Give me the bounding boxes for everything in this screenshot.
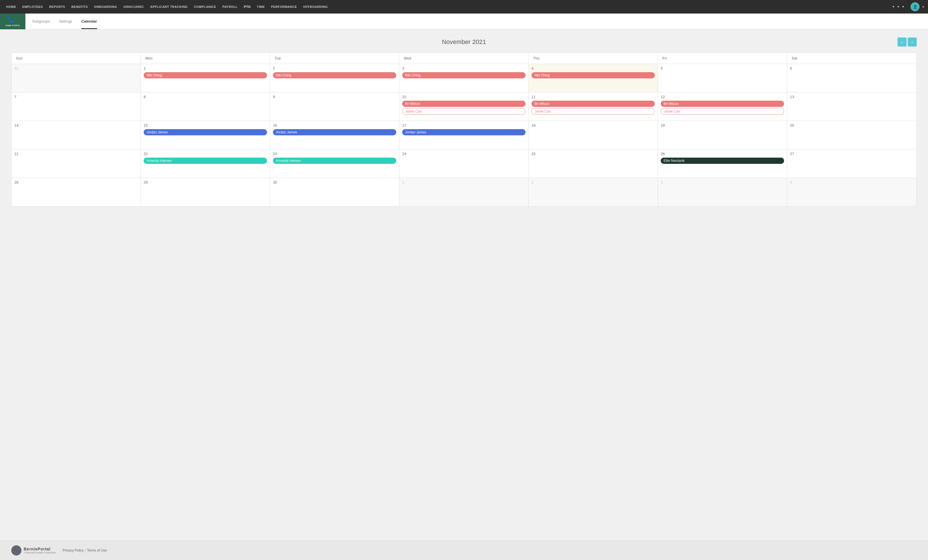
cell-day-number: 2 <box>531 180 655 184</box>
user-dropdown-arrow[interactable]: ▼ <box>922 5 925 8</box>
calendar-cell[interactable]: 7 <box>12 93 141 121</box>
event-pill[interactable]: Niki Ching <box>531 72 655 78</box>
event-pill[interactable]: Jamie Carr <box>402 108 525 115</box>
tab-settings[interactable]: Settings <box>59 14 72 29</box>
footer-links: Privacy Policy | Terms of Use <box>63 548 107 552</box>
nav-item-performance[interactable]: PERFORMANCE <box>268 0 300 14</box>
nav-item-compliance[interactable]: COMPLIANCE <box>191 0 219 14</box>
calendar-cell[interactable]: 2 <box>529 178 658 206</box>
event-pill[interactable]: Jordan James <box>273 129 396 135</box>
footer-logo-subtext: A Bernard Health Production <box>24 551 56 554</box>
terms-of-use-link[interactable]: Terms of Use <box>87 548 107 552</box>
more-options-icon[interactable]: • • • <box>890 4 907 10</box>
cell-day-number: 22 <box>143 152 267 156</box>
nav-item-pto[interactable]: PTO <box>241 0 253 14</box>
cell-day-number: 24 <box>402 152 525 156</box>
calendar-cell[interactable]: 17Jordan James <box>399 121 529 149</box>
sub-nav-tabs: SubgroupsSettingsCalendar <box>25 14 97 29</box>
cell-day-number: 3 <box>402 66 525 70</box>
calendar-cell[interactable]: 1 <box>399 178 529 206</box>
nav-item-time[interactable]: TIME <box>254 0 267 14</box>
nav-item-onboarding[interactable]: ONBOARDING <box>91 0 120 14</box>
calendar-nav-buttons: ‹ › <box>897 38 917 47</box>
event-pill[interactable]: Jamie Carr <box>661 108 784 115</box>
calendar-cell[interactable]: 18 <box>529 121 658 149</box>
tab-calendar[interactable]: Calendar <box>81 14 97 29</box>
nav-item-reports[interactable]: REPORTS <box>46 0 68 14</box>
calendar-cell[interactable]: 21 <box>12 149 141 178</box>
cell-day-number: 8 <box>143 95 267 99</box>
cell-day-number: 16 <box>273 123 396 128</box>
calendar-cell[interactable]: 26Ellie Nieslanik <box>658 149 787 178</box>
calendar-cell[interactable]: 1Niki Ching <box>141 64 270 92</box>
nav-item-1094c/1095c[interactable]: 1094C/1095C <box>120 0 147 14</box>
cell-day-number: 17 <box>402 123 525 128</box>
calendar-cell[interactable]: 3Niki Ching <box>399 64 529 92</box>
calendar-cell[interactable]: 13 <box>787 93 916 121</box>
calendar-cell[interactable]: 5 <box>658 64 787 92</box>
nav-item-applicant-tracking[interactable]: APPLICANT TRACKING <box>147 0 191 14</box>
prev-month-button[interactable]: ‹ <box>897 38 907 47</box>
calendar-cell[interactable]: 31 <box>12 64 141 92</box>
calendar-cell[interactable]: 11Bri WilsonJamie Carr <box>529 93 658 121</box>
calendar-cell[interactable]: 27 <box>787 149 916 178</box>
cell-day-number: 26 <box>661 152 784 156</box>
calendar-cell[interactable]: 28 <box>12 178 141 206</box>
event-pill[interactable]: Jordan James <box>402 129 525 135</box>
calendar-cell[interactable]: 4Niki Ching <box>529 64 658 92</box>
calendar-cell[interactable]: 4 <box>787 178 916 206</box>
calendar-cell[interactable]: 25 <box>529 149 658 178</box>
paw-icon: 🐾 <box>6 16 20 24</box>
event-pill[interactable]: Niki Ching <box>402 72 525 78</box>
calendar-cell[interactable]: 12Bri WilsonJamie Carr <box>658 93 787 121</box>
event-pill[interactable]: Bri Wilson <box>661 100 784 107</box>
event-pill[interactable]: Niki Ching <box>273 72 396 78</box>
calendar-cell[interactable]: 14 <box>12 121 141 149</box>
nav-item-offboarding[interactable]: OFFBOARDING <box>300 0 331 14</box>
calendar-week: 78910Bri WilsonJamie Carr11Bri WilsonJam… <box>12 93 916 121</box>
event-pill[interactable]: Niki Ching <box>143 72 267 78</box>
event-pill[interactable]: Amanda Hansen <box>273 158 396 164</box>
calendar-cell[interactable]: 9 <box>270 93 399 121</box>
event-pill[interactable]: Ellie Nieslanik <box>661 158 784 164</box>
calendar-cell[interactable]: 8 <box>141 93 270 121</box>
calendar-cell[interactable]: 24 <box>399 149 529 178</box>
event-pill[interactable]: Jordan James <box>143 129 267 135</box>
cell-day-number: 25 <box>531 152 655 156</box>
footer-logo-name: BerniePortal <box>24 547 56 551</box>
cell-day-number: 3 <box>661 180 784 184</box>
cell-day-number: 4 <box>531 66 655 70</box>
calendar-cell[interactable]: 10Bri WilsonJamie Carr <box>399 93 529 121</box>
calendar-cell[interactable]: 29 <box>141 178 270 206</box>
calendar-cell[interactable]: 22Amanda Hansen <box>141 149 270 178</box>
event-pill[interactable]: Bri Wilson <box>531 100 655 107</box>
calendar-cell[interactable]: 15Jordan James <box>141 121 270 149</box>
event-pill[interactable]: Jamie Carr <box>531 108 655 115</box>
calendar-cell[interactable]: 19 <box>658 121 787 149</box>
dow-header-sat: Sat <box>787 53 916 64</box>
cell-day-number: 11 <box>531 95 655 99</box>
calendar-cell[interactable]: 16Jordan James <box>270 121 399 149</box>
calendar-cell[interactable]: 30 <box>270 178 399 206</box>
privacy-policy-link[interactable]: Privacy Policy <box>63 548 84 552</box>
calendar-cell[interactable]: 6 <box>787 64 916 92</box>
nav-item-home[interactable]: HOME <box>3 0 19 14</box>
next-month-button[interactable]: › <box>908 38 917 47</box>
event-pill[interactable]: Bri Wilson <box>402 100 525 107</box>
calendar-cell[interactable]: 20 <box>787 121 916 149</box>
footer-separator: | <box>85 548 86 552</box>
cell-day-number: 27 <box>790 152 914 156</box>
user-avatar[interactable]: 👤 <box>911 2 920 11</box>
company-logo[interactable]: 🐾 PAW POPS <box>0 14 25 29</box>
calendar-cell[interactable]: 23Amanda Hansen <box>270 149 399 178</box>
bernieportal-icon: 🐾 <box>11 545 21 555</box>
nav-item-employees[interactable]: EMPLOYEES <box>20 0 46 14</box>
event-pill[interactable]: Amanda Hansen <box>143 158 267 164</box>
calendar-cell[interactable]: 3 <box>658 178 787 206</box>
calendar-week: 311Niki Ching2Niki Ching3Niki Ching4Niki… <box>12 64 916 93</box>
calendar-day-headers: SunMonTueWedThuFriSat <box>12 53 916 64</box>
calendar-cell[interactable]: 2Niki Ching <box>270 64 399 92</box>
tab-subgroups[interactable]: Subgroups <box>32 14 50 29</box>
nav-item-payroll[interactable]: PAYROLL <box>220 0 240 14</box>
nav-item-benefits[interactable]: BENEFITS <box>69 0 91 14</box>
